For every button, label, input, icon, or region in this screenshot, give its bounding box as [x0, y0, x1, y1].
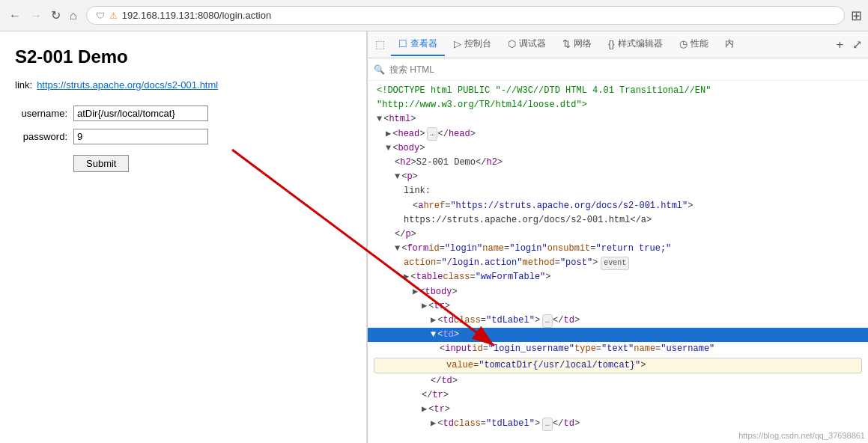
- html-search-input[interactable]: [389, 64, 862, 75]
- event-badge: event: [601, 257, 629, 270]
- password-input[interactable]: [73, 129, 208, 144]
- tab-more[interactable]: 内: [717, 33, 741, 56]
- tab-debugger[interactable]: ⬡ 调试器: [500, 33, 553, 56]
- collapse-td-highlighted[interactable]: ▼: [431, 328, 436, 342]
- collapse-tr2[interactable]: ▶: [422, 403, 427, 417]
- page-title: S2-001 Demo: [15, 46, 351, 67]
- network-label: 网络: [574, 37, 592, 50]
- doctype-line: <!DOCTYPE html PUBLIC "-//W3C//DTD HTML …: [368, 84, 868, 98]
- browser-toolbar: ← → ↻ ⌂ 🛡 ⚠ 192.168.119.131:8080/login.a…: [0, 0, 868, 31]
- username-input[interactable]: [73, 106, 208, 121]
- address-bar[interactable]: 🛡 ⚠ 192.168.119.131:8080/login.action: [86, 6, 845, 25]
- submit-button[interactable]: Submit: [73, 155, 129, 172]
- devtools-toolbar: ⬚ ☐ 查看器 ▷ 控制台 ⬡ 调试器 ⇅ 网络: [368, 31, 868, 58]
- url-text: 192.168.119.131:8080/login.action: [122, 10, 272, 21]
- collapse-tdlabel[interactable]: ▶: [431, 314, 436, 328]
- doctype-line2: "http://www.w3.org/TR/html4/loose.dtd">: [368, 98, 868, 112]
- tr1-line[interactable]: ▶ <tr>: [368, 299, 868, 314]
- styles-label: 样式编辑器: [618, 37, 663, 50]
- collapse-body[interactable]: ▼: [386, 141, 391, 156]
- tab-inspector[interactable]: ☐ 查看器: [391, 33, 445, 56]
- home-button[interactable]: ⌂: [67, 7, 80, 24]
- password-row: password:: [15, 129, 351, 144]
- collapse-tr1[interactable]: ▶: [422, 299, 427, 314]
- collapse-p[interactable]: ▼: [395, 170, 400, 184]
- nav-buttons: ← → ↻ ⌂: [6, 7, 80, 24]
- tbody-line[interactable]: ▶ <tbody>: [368, 285, 868, 299]
- html-search-bar: 🔍: [368, 58, 868, 81]
- refresh-button[interactable]: ↻: [48, 7, 64, 24]
- html-tree: <!DOCTYPE html PUBLIC "-//W3C//DTD HTML …: [368, 81, 868, 443]
- add-style-button[interactable]: +: [834, 37, 846, 53]
- password-label: password:: [15, 131, 67, 142]
- inspector-icon: ☐: [398, 38, 407, 49]
- security-icon: 🛡: [96, 10, 105, 21]
- collapse-tbody[interactable]: ▶: [413, 285, 418, 299]
- html-open-line[interactable]: ▼ <html>: [368, 112, 868, 126]
- table-line[interactable]: ▶ <table class="wwFormTable" >: [368, 270, 868, 284]
- td-highlighted-line[interactable]: ▼ <td>: [368, 328, 868, 342]
- collapse-form[interactable]: ▼: [395, 242, 400, 256]
- a-line[interactable]: <a href="https://struts.apache.org/docs/…: [368, 199, 868, 213]
- docs-link[interactable]: https://struts.apache.org/docs/s2-001.ht…: [37, 79, 218, 91]
- link-row: link: https://struts.apache.org/docs/s2-…: [15, 79, 351, 91]
- left-pane: S2-001 Demo link: https://struts.apache.…: [0, 31, 367, 443]
- forward-button[interactable]: →: [27, 7, 45, 24]
- search-icon: 🔍: [374, 64, 385, 75]
- form-line[interactable]: ▼ <form id="login" name="login" onsubmit…: [368, 242, 868, 256]
- tr1-close-line: </tr>: [368, 388, 868, 403]
- tab-styles[interactable]: {} 样式编辑器: [601, 33, 670, 56]
- collapse-head[interactable]: ▶: [386, 127, 391, 141]
- tab-network[interactable]: ⇅ 网络: [555, 33, 599, 56]
- collapse-tdlabel2[interactable]: ▶: [431, 417, 436, 431]
- network-icon: ⇅: [562, 38, 571, 49]
- browser-actions: ⊞: [851, 7, 862, 24]
- expand-button[interactable]: ⤢: [849, 36, 865, 53]
- doctype-text2: "http://www.w3.org/TR/html4/loose.dtd">: [377, 98, 587, 112]
- devtools-toolbar-right: + ⤢: [834, 36, 865, 53]
- qr-icon[interactable]: ⊞: [851, 7, 862, 24]
- head-ellipsis: …: [427, 127, 437, 141]
- username-label: username:: [15, 108, 67, 119]
- performance-icon: ◷: [679, 38, 688, 49]
- td-label-line[interactable]: ▶ <td class="tdLabel" > … </td>: [368, 314, 868, 328]
- performance-label: 性能: [691, 37, 708, 50]
- a-text-line: https://struts.apache.org/docs/s2-001.ht…: [368, 213, 868, 227]
- collapse-html[interactable]: ▼: [377, 112, 382, 126]
- head-line[interactable]: ▶ <head> … </head>: [368, 127, 868, 141]
- link-label: link:: [15, 79, 32, 91]
- body-open-line[interactable]: ▼ <body>: [368, 141, 868, 156]
- more-label: 内: [725, 37, 734, 50]
- input-value-line: value="tomcatDir{/usr/local/tomcat}">: [374, 358, 862, 373]
- h2-line[interactable]: <h2> S2-001 Demo </h2>: [368, 156, 868, 170]
- tdlabel-ellipsis: …: [542, 314, 553, 328]
- td-label2-line[interactable]: ▶ <td class="tdLabel" > … </td>: [368, 417, 868, 431]
- collapse-table[interactable]: ▶: [404, 270, 409, 284]
- console-icon: ▷: [454, 38, 461, 49]
- form-line2: action="/login.action" method="post" > e…: [368, 256, 868, 270]
- link-text-line: link:: [368, 184, 868, 198]
- styles-icon: {}: [608, 38, 615, 49]
- back-button[interactable]: ←: [6, 7, 24, 24]
- devtools-panel: ⬚ ☐ 查看器 ▷ 控制台 ⬡ 调试器 ⇅ 网络: [367, 31, 868, 443]
- p-close-line: </p>: [368, 227, 868, 242]
- inspector-label: 查看器: [410, 37, 437, 50]
- tab-inspector-icon[interactable]: ⬚: [371, 34, 389, 56]
- doctype-text: <!DOCTYPE html PUBLIC "-//W3C//DTD HTML …: [377, 84, 711, 98]
- td-tag: td: [443, 328, 453, 342]
- tab-console[interactable]: ▷ 控制台: [446, 33, 499, 56]
- username-row: username:: [15, 106, 351, 121]
- p-open-line[interactable]: ▼ <p>: [368, 170, 868, 184]
- tab-performance[interactable]: ◷ 性能: [672, 33, 716, 56]
- td-close-line: </td>: [368, 374, 868, 388]
- warn-icon: ⚠: [109, 10, 118, 21]
- debugger-icon: ⬡: [508, 38, 516, 49]
- main-split: S2-001 Demo link: https://struts.apache.…: [0, 31, 868, 443]
- tdlabel2-ellipsis: …: [542, 418, 553, 431]
- tr2-line[interactable]: ▶ <tr>: [368, 403, 868, 417]
- console-label: 控制台: [464, 37, 491, 50]
- input-line[interactable]: <input id="login_username" type="text" n…: [368, 342, 868, 356]
- debugger-label: 调试器: [519, 37, 546, 50]
